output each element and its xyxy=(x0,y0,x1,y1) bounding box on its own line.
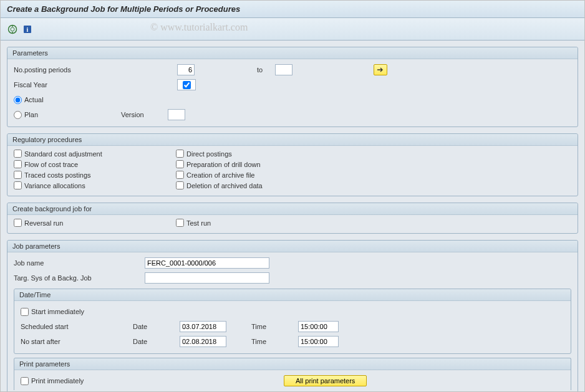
traced-costs-postings-check[interactable]: Traced costs postings xyxy=(14,171,168,179)
scheduled-date-input[interactable] xyxy=(180,321,226,332)
direct-postings-checkbox[interactable] xyxy=(176,150,184,158)
flow-of-cost-trace-text: Flow of cost trace xyxy=(24,161,78,168)
start-immediately-text: Start immediately xyxy=(31,308,84,315)
reversal-run-checkbox[interactable] xyxy=(14,219,22,227)
start-immediately-check[interactable]: Start immediately xyxy=(21,308,84,316)
no-start-after-time-label: Time xyxy=(251,338,298,345)
svg-text:i: i xyxy=(27,26,29,33)
version-input[interactable] xyxy=(168,109,185,120)
print-immediately-check[interactable]: Print immediately xyxy=(21,377,133,385)
test-run-check[interactable]: Test run xyxy=(176,219,331,227)
standard-cost-adjustment-text: Standard cost adjustment xyxy=(24,150,102,158)
traced-costs-postings-checkbox[interactable] xyxy=(14,171,22,179)
no-posting-periods-from[interactable] xyxy=(177,64,195,75)
toolbar: i © www.tutorialkart.com xyxy=(1,18,584,41)
standard-cost-adjustment-checkbox[interactable] xyxy=(14,150,22,158)
targ-sys-label: Targ. Sys of a Backg. Job xyxy=(14,274,145,282)
start-immediately-checkbox[interactable] xyxy=(21,308,29,316)
creation-archive-file-checkbox[interactable] xyxy=(176,171,184,179)
variance-allocations-check[interactable]: Variance allocations xyxy=(14,181,168,189)
scheduled-time-label: Time xyxy=(251,323,298,330)
parameters-legend: Parameters xyxy=(7,47,578,59)
scheduled-date-label: Date xyxy=(133,323,180,330)
fiscal-year-field[interactable] xyxy=(177,79,196,90)
all-print-parameters-button[interactable]: All print parameters xyxy=(284,375,367,386)
reversal-run-text: Reversal run xyxy=(24,219,63,227)
parameters-group: Parameters No.posting periods to Fiscal … xyxy=(7,47,578,127)
actual-text: Actual xyxy=(24,96,44,103)
create-bg-job-group: Create background job for Reversal run T… xyxy=(7,203,578,234)
actual-radio[interactable] xyxy=(14,96,22,104)
multi-select-button[interactable] xyxy=(374,64,387,75)
direct-postings-text: Direct postings xyxy=(186,150,232,158)
test-run-checkbox[interactable] xyxy=(176,219,184,227)
no-posting-periods-label: No.posting periods xyxy=(14,66,177,74)
flow-of-cost-trace-checkbox[interactable] xyxy=(14,160,22,168)
job-params-legend: Job parameters xyxy=(7,241,578,252)
plan-radio-label[interactable]: Plan xyxy=(14,111,114,119)
preparation-drill-down-text: Preparation of drill down xyxy=(186,161,261,168)
no-start-after-date-label: Date xyxy=(133,338,180,345)
page-title: Create a Background Job for Multiple Per… xyxy=(1,1,584,18)
print-immediately-checkbox[interactable] xyxy=(21,377,29,385)
deletion-archived-data-check[interactable]: Deletion of archived data xyxy=(176,181,331,189)
watermark-text: © www.tutorialkart.com xyxy=(150,22,248,33)
direct-postings-check[interactable]: Direct postings xyxy=(176,150,331,158)
print-params-legend: Print parameters xyxy=(14,358,571,370)
info-icon[interactable]: i xyxy=(22,24,33,35)
no-start-after-time-input[interactable] xyxy=(298,336,339,347)
variance-allocations-text: Variance allocations xyxy=(24,182,85,189)
flow-of-cost-trace-check[interactable]: Flow of cost trace xyxy=(14,160,168,168)
deletion-archived-data-text: Deletion of archived data xyxy=(186,182,263,189)
variance-allocations-checkbox[interactable] xyxy=(14,181,22,189)
to-label: to xyxy=(257,66,263,74)
actual-radio-label[interactable]: Actual xyxy=(14,96,44,104)
regulatory-legend: Regulatory procedures xyxy=(7,134,578,146)
creation-archive-file-text: Creation of archive file xyxy=(186,171,254,179)
version-label: Version xyxy=(121,111,168,118)
job-name-label: Job name xyxy=(14,259,145,267)
reversal-run-check[interactable]: Reversal run xyxy=(14,219,168,227)
deletion-archived-data-checkbox[interactable] xyxy=(176,181,184,189)
job-params-group: Job parameters Job name Targ. Sys of a B… xyxy=(7,240,578,392)
targ-sys-input[interactable] xyxy=(145,272,269,284)
job-name-input[interactable] xyxy=(145,257,269,269)
execute-icon[interactable] xyxy=(7,24,18,35)
svg-point-1 xyxy=(11,27,14,31)
preparation-drill-down-check[interactable]: Preparation of drill down xyxy=(176,160,331,168)
no-start-after-date-input[interactable] xyxy=(180,336,226,347)
datetime-group: Date/Time Start immediately Scheduled st… xyxy=(14,289,571,354)
print-immediately-text: Print immediately xyxy=(31,377,84,385)
regulatory-group: Regulatory procedures Standard cost adju… xyxy=(7,133,578,196)
fiscal-year-checkbox[interactable] xyxy=(183,81,191,89)
test-run-text: Test run xyxy=(186,219,211,227)
print-params-group: Print parameters Print immediately All p… xyxy=(14,358,571,390)
plan-text: Plan xyxy=(24,111,38,118)
fiscal-year-label: Fiscal Year xyxy=(14,81,177,88)
traced-costs-postings-text: Traced costs postings xyxy=(24,171,91,179)
create-bg-job-legend: Create background job for xyxy=(7,203,578,215)
no-posting-periods-to[interactable] xyxy=(275,64,292,75)
scheduled-start-label: Scheduled start xyxy=(21,323,133,330)
scheduled-time-input[interactable] xyxy=(298,321,339,332)
datetime-legend: Date/Time xyxy=(14,289,571,301)
creation-archive-file-check[interactable]: Creation of archive file xyxy=(176,171,331,179)
content-area: Parameters No.posting periods to Fiscal … xyxy=(1,41,584,392)
no-start-after-label: No start after xyxy=(21,338,133,345)
standard-cost-adjustment-check[interactable]: Standard cost adjustment xyxy=(14,150,168,158)
plan-radio[interactable] xyxy=(14,111,22,119)
preparation-drill-down-checkbox[interactable] xyxy=(176,160,184,168)
